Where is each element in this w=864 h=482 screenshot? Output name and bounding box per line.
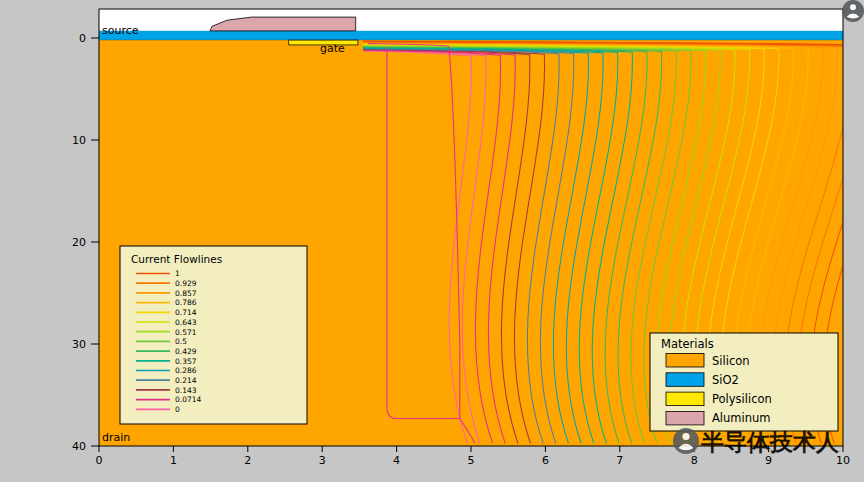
flowlines-legend-value: 0.857 — [175, 289, 197, 298]
materials-legend-title: Materials — [661, 337, 714, 351]
x-tick-label: 5 — [468, 454, 475, 467]
materials-legend-swatch — [666, 354, 704, 368]
x-tick-label: 3 — [319, 454, 326, 467]
tcad-plot-window: 012345678910010203040 Current Flowlines1… — [0, 0, 864, 482]
flowlines-legend-value: 0 — [175, 405, 180, 414]
flowlines-legend-value: 0.5 — [175, 337, 187, 346]
gate-label: gate — [320, 42, 345, 55]
x-tick-label: 2 — [244, 454, 251, 467]
materials-legend-swatch — [666, 411, 704, 425]
flowlines-legend-value: 0.286 — [175, 366, 197, 375]
x-tick-label: 0 — [96, 454, 103, 467]
x-tick-label: 8 — [691, 454, 698, 467]
x-tick-label: 7 — [616, 454, 623, 467]
watermark-logo-head — [850, 4, 856, 10]
region-ambient — [99, 9, 843, 31]
x-tick-label: 10 — [836, 454, 850, 467]
flowline-plot: 012345678910010203040 Current Flowlines1… — [0, 0, 864, 482]
y-tick-label: 20 — [72, 236, 86, 249]
watermark-logo-head — [682, 433, 689, 440]
flowlines-legend-value: 0.929 — [175, 279, 197, 288]
flowlines-legend-value: 0.714 — [175, 308, 197, 317]
x-tick-label: 9 — [765, 454, 772, 467]
watermark-logo-icon — [842, 0, 864, 22]
flowlines-legend-value: 1 — [175, 269, 180, 278]
materials-legend-label: Aluminum — [712, 411, 771, 425]
flowlines-legend: Current Flowlines10.9290.8570.7860.7140.… — [120, 246, 307, 424]
x-tick-label: 6 — [542, 454, 549, 467]
x-tick-label: 4 — [393, 454, 400, 467]
watermark-text: 半导体技术人 — [700, 429, 840, 455]
flowlines-legend-value: 0.143 — [175, 386, 197, 395]
materials-legend-label: Polysilicon — [712, 392, 772, 406]
flowlines-legend-value: 0.214 — [175, 376, 197, 385]
drain-label: drain — [102, 431, 130, 444]
materials-legend-label: Silicon — [712, 354, 750, 368]
flowlines-legend-value: 0.429 — [175, 347, 197, 356]
materials-legend-swatch — [666, 373, 704, 387]
y-tick-label: 10 — [72, 134, 86, 147]
flowlines-legend-value: 0.357 — [175, 357, 197, 366]
watermark-top-right — [842, 0, 864, 22]
materials-legend-label: SiO2 — [712, 373, 739, 387]
y-tick-label: 0 — [79, 32, 86, 45]
x-tick-label: 1 — [170, 454, 177, 467]
flowlines-legend-title: Current Flowlines — [131, 253, 222, 265]
flowlines-legend-value: 0.571 — [175, 328, 197, 337]
materials-legend-swatch — [666, 392, 704, 406]
flowlines-legend-value: 0.786 — [175, 298, 197, 307]
flowlines-legend-value: 0.0714 — [175, 395, 201, 404]
y-tick-label: 40 — [72, 440, 86, 453]
materials-legend: MaterialsSiliconSiO2PolysiliconAluminum — [650, 333, 838, 431]
y-tick-label: 30 — [72, 338, 86, 351]
flowlines-legend-value: 0.643 — [175, 318, 197, 327]
source-label: source — [102, 24, 139, 37]
region-oxide-layer — [99, 31, 843, 40]
